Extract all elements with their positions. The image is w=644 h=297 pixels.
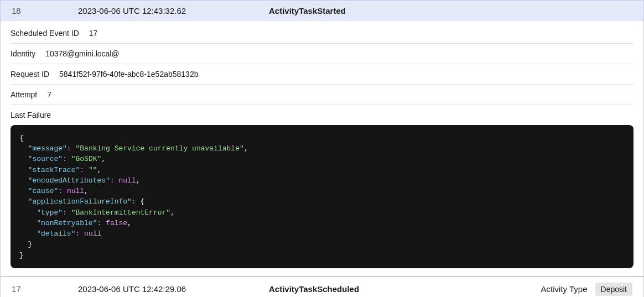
detail-label: Request ID <box>11 70 49 79</box>
detail-label: Scheduled Event ID <box>11 29 79 38</box>
detail-row-scheduled-event-id: Scheduled Event ID 17 <box>11 21 633 44</box>
detail-value: 10378@gmini.local@ <box>45 49 120 58</box>
detail-label: Attempt <box>11 90 37 99</box>
detail-row-request-id: Request ID 5841f52f-97f6-40fe-abc8-1e52a… <box>11 64 633 85</box>
detail-row-attempt: Attempt 7 <box>11 85 633 105</box>
detail-label: Identity <box>11 49 35 58</box>
detail-label: Last Failure <box>11 111 51 119</box>
event-type: ActivityTaskStarted <box>269 6 632 15</box>
last-failure-json[interactable]: { "message": "Banking Service currently … <box>11 125 633 268</box>
event-row-18[interactable]: 18 2023-06-06 UTC 12:43:32.62 ActivityTa… <box>0 0 644 21</box>
event-details-panel: Scheduled Event ID 17 Identity 10378@gmi… <box>0 21 644 277</box>
detail-value: 7 <box>47 90 51 99</box>
detail-row-identity: Identity 10378@gmini.local@ <box>11 44 633 64</box>
event-meta: Activity Type Deposit <box>541 283 632 296</box>
event-id: 18 <box>12 6 78 15</box>
event-row-17[interactable]: 17 2023-06-06 UTC 12:42:29.06 ActivityTa… <box>0 277 644 297</box>
detail-value: 17 <box>89 29 98 38</box>
detail-value: 5841f52f-97f6-40fe-abc8-1e52ab58132b <box>59 70 198 79</box>
activity-type-badge: Deposit <box>595 283 632 296</box>
event-type: ActivityTaskScheduled <box>269 284 541 294</box>
event-timestamp: 2023-06-06 UTC 12:42:29.06 <box>78 284 269 294</box>
detail-row-last-failure: Last Failure <box>11 105 633 125</box>
activity-type-label: Activity Type <box>541 284 588 294</box>
event-timestamp: 2023-06-06 UTC 12:43:32.62 <box>78 6 269 15</box>
event-id: 17 <box>12 284 78 294</box>
